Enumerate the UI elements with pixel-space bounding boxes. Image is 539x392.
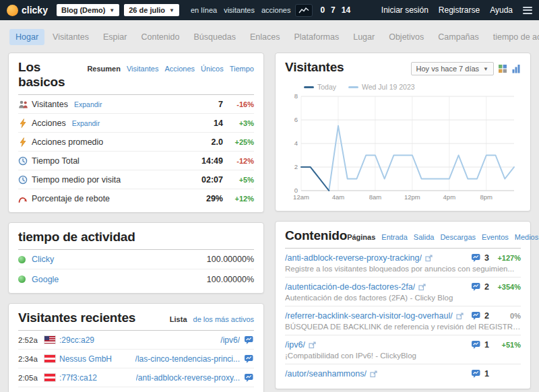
svg-text:4: 4: [294, 139, 298, 147]
session-icon[interactable]: [244, 335, 254, 345]
recent-visitors-card: Visitantes recientes Lista de los más ac…: [8, 303, 264, 392]
content-row: /anti-adblock-reverse-proxy-tracking/ 3 …: [285, 249, 521, 277]
metric-value: 14: [214, 119, 223, 128]
uptime-row-clicky: Clicky 100.00000%: [18, 250, 254, 269]
external-link-icon[interactable]: [425, 255, 433, 262]
session-icon[interactable]: [471, 369, 481, 379]
external-link-icon[interactable]: [456, 313, 464, 320]
content-row: /autenticación-de-dos-factores-2fa/ 2 +3…: [285, 277, 521, 306]
page-delta: +51%: [493, 341, 521, 349]
content-tab-descargas[interactable]: Descargas: [440, 233, 476, 241]
date-selector-dropdown[interactable]: 26 de julio ▼: [124, 4, 179, 16]
date-range-dropdown[interactable]: Hoy vs hace 7 días ▼: [411, 62, 494, 75]
most-active-link[interactable]: de los más activos: [193, 315, 254, 323]
visited-page-link[interactable]: /ipv6/: [220, 335, 240, 345]
tab-espiar[interactable]: Espiar: [97, 29, 133, 45]
content-tab-medios[interactable]: Medios: [515, 233, 538, 241]
visit-time: 2:34a: [18, 355, 40, 363]
basics-tab-visitantes[interactable]: Visitantes: [127, 65, 159, 73]
date-selector-value: 26 de julio: [129, 6, 165, 14]
legend-label-today: Today: [317, 83, 336, 91]
site-selector-dropdown[interactable]: Blog (Demo) ▼: [57, 4, 119, 16]
clicky-logo-text: clicky: [22, 5, 48, 15]
recent-visitor-row: 2:34a Nessus GmbH /las-cinco-tendencias-…: [18, 350, 254, 368]
recent-visitor-row: 2:52a :29cc:a29 /ipv6/: [18, 331, 254, 350]
content-tab-salida[interactable]: Salida: [414, 233, 435, 241]
session-icon[interactable]: [471, 253, 481, 263]
page-subtitle: ¡Compatibilidad con IPv6! - ClickyBlog: [285, 352, 521, 360]
online-label: en línea: [191, 6, 217, 14]
legend-swatch-compare: [348, 86, 358, 88]
basics-tab-resumen[interactable]: Resumen: [87, 65, 121, 73]
session-icon[interactable]: [244, 354, 254, 364]
visited-page-link[interactable]: /las-cinco-tendencias-princi...: [135, 354, 240, 364]
content-row: /autor/seanhammons/ 1: [285, 364, 521, 385]
visited-page-link[interactable]: /anti-adblock-reverse-proxy...: [136, 373, 241, 383]
content-page-link[interactable]: /ipv6/: [285, 340, 305, 350]
bar-chart-icon[interactable]: [511, 64, 521, 73]
legend-label-compare: Wed Jul 19 2023: [362, 83, 415, 91]
metric-label: Acciones promedio: [32, 137, 103, 147]
page-views-count: 1: [484, 369, 489, 379]
tab-enlaces[interactable]: Enlaces: [244, 29, 286, 45]
tab-campanas[interactable]: Campañas: [432, 29, 484, 45]
metric-row-avg-actions: Acciones promedio 2.0 +25%: [18, 133, 254, 152]
hamburger-menu-icon[interactable]: [523, 7, 532, 14]
uptime-title: tiempo de actividad: [18, 230, 135, 244]
basics-tab-acciones[interactable]: Acciones: [164, 65, 195, 73]
online-count: 0: [320, 5, 325, 15]
external-link-icon[interactable]: [370, 370, 377, 378]
basics-tab-unicos[interactable]: Únicos: [201, 65, 224, 73]
content-page-link[interactable]: /autenticación-de-dos-factores-2fa/: [285, 282, 415, 292]
content-page-link[interactable]: /autor/seanhammons/: [285, 369, 367, 379]
tab-busquedas[interactable]: Búsquedas: [187, 29, 242, 45]
visitor-link[interactable]: :29cc:a29: [59, 335, 94, 345]
content-page-link[interactable]: /anti-adblock-reverse-proxy-tracking/: [285, 253, 422, 263]
page-views-count: 3: [484, 253, 489, 263]
tab-plataformas[interactable]: Plataformas: [288, 29, 346, 45]
visitor-link[interactable]: :77f3:ca12: [59, 373, 97, 383]
uptime-service-link[interactable]: Google: [32, 275, 59, 284]
metric-row-total-time: Tiempo Total 14:49 -12%: [18, 152, 254, 170]
register-link[interactable]: Registrarse: [439, 5, 480, 15]
metric-delta: -16%: [223, 100, 254, 108]
basics-tab-tiempo[interactable]: Tiempo: [230, 65, 254, 73]
sparkline-toggle[interactable]: [295, 4, 313, 17]
page-subtitle: Registre a los visitantes bloqueados por…: [285, 265, 521, 273]
clicky-logo[interactable]: clicky: [7, 5, 48, 16]
metric-label: Tiempo Total: [32, 156, 80, 166]
tab-objetivos[interactable]: Objetivos: [383, 29, 430, 45]
page-subtitle: Autenticación de dos factores (2FA) - Cl…: [285, 294, 521, 302]
expand-link[interactable]: Expandir: [72, 119, 100, 127]
help-link[interactable]: Ayuda: [490, 5, 513, 15]
tab-lugar[interactable]: Lugar: [347, 29, 381, 45]
external-link-icon[interactable]: [418, 284, 426, 291]
basics-title: Los basicos: [18, 60, 87, 90]
session-icon[interactable]: [471, 282, 481, 292]
status-dot-green-icon: [18, 275, 26, 283]
content-tab-paginas[interactable]: Páginas: [347, 233, 375, 241]
session-icon[interactable]: [471, 340, 481, 350]
top-bar: clicky Blog (Demo) ▼ 26 de julio ▼ en lí…: [0, 0, 539, 20]
expand-link[interactable]: Expandir: [74, 100, 102, 108]
recent-title: Visitantes recientes: [18, 311, 135, 325]
tab-tiempo-actividad[interactable]: tiempo de actividad: [487, 29, 539, 45]
uptime-service-link[interactable]: Clicky: [32, 255, 54, 264]
main-nav: Hogar Visitantes Espiar Contenido Búsque…: [0, 20, 539, 50]
tab-hogar[interactable]: Hogar: [9, 29, 44, 45]
flag-austria-icon: [44, 355, 55, 362]
visitor-link[interactable]: Nessus GmbH: [59, 354, 112, 364]
external-link-icon[interactable]: [309, 341, 316, 349]
login-link[interactable]: Iniciar sesión: [381, 5, 429, 15]
tab-contenido[interactable]: Contenido: [135, 29, 185, 45]
tab-visitantes[interactable]: Visitantes: [46, 29, 95, 45]
content-tab-eventos[interactable]: Eventos: [482, 233, 509, 241]
export-icon[interactable]: [498, 64, 507, 73]
session-icon[interactable]: [244, 373, 254, 383]
actions-icon: [18, 119, 32, 128]
content-tab-entrada[interactable]: Entrada: [381, 233, 408, 241]
metric-value: 02:07: [201, 175, 223, 185]
metric-row-avg-time: Tiempo medio por visita 02:07 +5%: [18, 170, 254, 189]
session-icon[interactable]: [471, 311, 481, 321]
content-page-link[interactable]: /referrer-backlink-search-visitor-log-ov…: [285, 311, 453, 321]
